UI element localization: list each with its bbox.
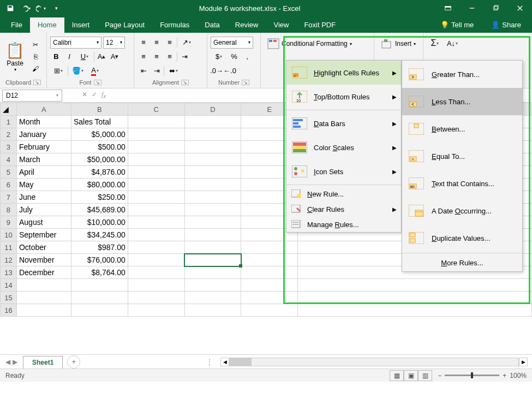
- cell[interactable]: January: [16, 128, 71, 141]
- submenu-text-contains[interactable]: ab Text that Contains...: [402, 170, 522, 197]
- col-header-d[interactable]: D: [184, 103, 241, 116]
- font-launcher[interactable]: ↘: [94, 80, 101, 85]
- align-bottom-button[interactable]: ≡: [164, 37, 176, 49]
- close-button[interactable]: [508, 0, 532, 16]
- zoom-level[interactable]: 100%: [510, 372, 527, 379]
- menu-new-rule[interactable]: New Rule...: [286, 186, 401, 201]
- cell[interactable]: September: [16, 229, 71, 241]
- menu-data-bars[interactable]: Data Bars▶: [286, 111, 401, 135]
- cell[interactable]: $10,000.00: [71, 216, 128, 229]
- row-header[interactable]: 15: [1, 292, 17, 304]
- tab-home[interactable]: Home: [30, 17, 64, 33]
- submenu-equal-to[interactable]: = Equal To...: [402, 142, 522, 170]
- enter-icon[interactable]: ✓: [92, 91, 97, 99]
- decrease-font-button[interactable]: A▾: [109, 51, 121, 63]
- underline-button[interactable]: U▾: [76, 51, 93, 63]
- menu-color-scales[interactable]: Color Scales▶: [286, 135, 401, 159]
- row-header[interactable]: 11: [1, 241, 17, 254]
- align-top-button[interactable]: ≡: [138, 37, 150, 49]
- sheet-nav-prev[interactable]: ◀: [5, 358, 10, 366]
- clipboard-launcher[interactable]: ↘: [33, 80, 41, 85]
- row-header[interactable]: 8: [1, 204, 17, 216]
- number-format-dropdown[interactable]: General▾: [211, 37, 253, 49]
- cell[interactable]: May: [16, 179, 71, 191]
- name-box[interactable]: D12▾: [2, 90, 62, 102]
- cell[interactable]: $500.00: [71, 141, 128, 153]
- maximize-button[interactable]: [484, 0, 508, 16]
- cell[interactable]: June: [16, 191, 71, 204]
- row-header[interactable]: 4: [1, 153, 17, 166]
- zoom-in-button[interactable]: +: [503, 372, 506, 379]
- tab-view[interactable]: View: [266, 17, 296, 33]
- customize-qat-button[interactable]: ▾: [49, 1, 63, 15]
- horizontal-scrollbar[interactable]: ◀ ▶: [216, 358, 532, 366]
- col-header-c[interactable]: C: [128, 103, 184, 116]
- col-header-b[interactable]: B: [71, 103, 128, 116]
- increase-indent-button[interactable]: ⇥: [151, 65, 163, 77]
- cell[interactable]: April: [16, 166, 71, 179]
- merge-button[interactable]: ⬌▾: [165, 65, 182, 77]
- redo-button[interactable]: ▾: [34, 1, 48, 15]
- row-header[interactable]: 6: [1, 179, 17, 191]
- cell[interactable]: August: [16, 216, 71, 229]
- increase-decimal-button[interactable]: .0→: [211, 65, 223, 77]
- accounting-button[interactable]: $▾: [211, 51, 227, 63]
- italic-button[interactable]: I: [63, 51, 75, 63]
- row-header[interactable]: 9: [1, 216, 17, 229]
- font-name-dropdown[interactable]: Calibri▾: [50, 37, 101, 49]
- cell[interactable]: $45,689.00: [71, 204, 128, 216]
- cell[interactable]: November: [16, 254, 71, 266]
- menu-icon-sets[interactable]: Icon Sets▶: [286, 159, 401, 183]
- cell[interactable]: March: [16, 153, 71, 166]
- font-color-button[interactable]: A▾: [87, 65, 103, 77]
- fill-color-button[interactable]: 🪣▾: [69, 65, 86, 77]
- conditional-formatting-button[interactable]: Conditional Formatting▾: [264, 37, 355, 50]
- cell[interactable]: $34,245.00: [71, 229, 128, 241]
- bold-button[interactable]: B: [50, 51, 62, 63]
- row-header[interactable]: 7: [1, 191, 17, 204]
- save-button[interactable]: [3, 1, 17, 15]
- borders-button[interactable]: ⊞▾: [50, 65, 67, 77]
- submenu-less-than[interactable]: < Less Than...: [402, 88, 522, 115]
- sheet-nav-next[interactable]: ▶: [13, 358, 17, 366]
- wrap-text-button[interactable]: ⇥: [178, 51, 190, 63]
- submenu-date-occurring[interactable]: A Date Occurring...: [402, 197, 522, 224]
- cell[interactable]: $8,764.00: [71, 266, 128, 279]
- cell[interactable]: July: [16, 204, 71, 216]
- menu-clear-rules[interactable]: Clear Rules▶: [286, 201, 401, 217]
- cell[interactable]: December: [16, 266, 71, 279]
- cell[interactable]: $5,000.00: [71, 128, 128, 141]
- cell[interactable]: $76,000.00: [71, 254, 128, 266]
- undo-button[interactable]: ▾: [19, 1, 33, 15]
- cell[interactable]: October: [16, 241, 71, 254]
- row-header[interactable]: 5: [1, 166, 17, 179]
- submenu-duplicate-values[interactable]: Duplicate Values...: [402, 224, 522, 252]
- new-sheet-button[interactable]: +: [67, 355, 80, 369]
- col-header-a[interactable]: A: [16, 103, 71, 116]
- zoom-slider[interactable]: [445, 375, 499, 376]
- row-header[interactable]: 10: [1, 229, 17, 241]
- tab-formulas[interactable]: Formulas: [152, 17, 197, 33]
- cell[interactable]: February: [16, 141, 71, 153]
- tab-file[interactable]: File: [3, 17, 30, 33]
- menu-manage-rules[interactable]: Manage Rules...: [286, 217, 401, 232]
- alignment-launcher[interactable]: ↘: [181, 80, 189, 85]
- cell[interactable]: Sales Total: [71, 116, 128, 128]
- comma-button[interactable]: ,: [241, 51, 253, 63]
- row-header[interactable]: 1: [1, 116, 17, 128]
- increase-font-button[interactable]: A▴: [95, 51, 107, 63]
- cancel-icon[interactable]: ✕: [82, 91, 87, 99]
- fx-icon[interactable]: fx: [101, 91, 106, 99]
- share-button[interactable]: 👤Share: [483, 17, 529, 33]
- align-middle-button[interactable]: ≡: [151, 37, 163, 49]
- sheet-tab-sheet1[interactable]: Sheet1: [23, 356, 63, 369]
- pagelayout-view-button[interactable]: ▣: [404, 370, 418, 381]
- menu-highlight-cells-rules[interactable]: > Highlight Cells Rules▶: [286, 61, 401, 85]
- decrease-decimal-button[interactable]: ←.0: [224, 65, 236, 77]
- tab-data[interactable]: Data: [197, 17, 227, 33]
- autosum-button[interactable]: Σ▾: [427, 37, 443, 49]
- cell[interactable]: $4,876.00: [71, 166, 128, 179]
- align-center-button[interactable]: ≡: [151, 51, 163, 63]
- cut-button[interactable]: ✂: [31, 40, 40, 50]
- align-left-button[interactable]: ≡: [138, 51, 150, 63]
